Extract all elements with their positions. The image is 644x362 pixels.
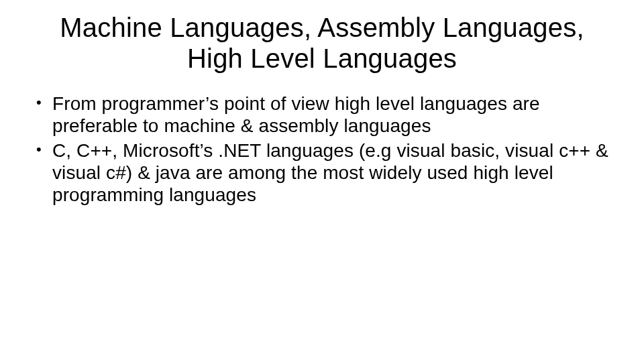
- slide-title: Machine Languages, Assembly Languages, H…: [47, 12, 597, 74]
- list-item: From programmer’s point of view high lev…: [34, 93, 617, 137]
- bullet-list: From programmer’s point of view high lev…: [27, 93, 617, 206]
- list-item: C, C++, Microsoft’s .NET languages (e.g …: [34, 139, 617, 206]
- slide: Machine Languages, Assembly Languages, H…: [0, 0, 644, 362]
